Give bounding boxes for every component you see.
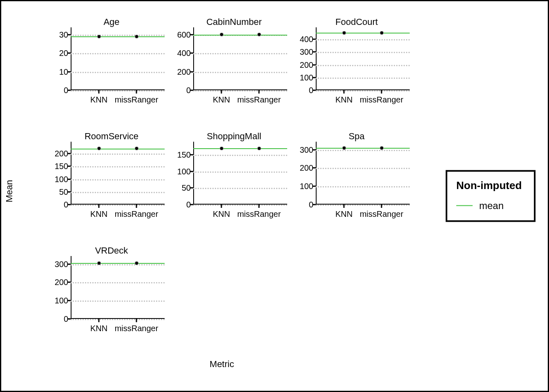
legend-item-label: mean xyxy=(479,200,504,212)
legend-item-mean: mean xyxy=(456,200,522,212)
gridline xyxy=(316,90,410,91)
gridline xyxy=(71,192,165,193)
y-axis xyxy=(71,142,71,205)
facet-panel: 0100200300KNNmissRanger xyxy=(71,258,165,319)
gridline xyxy=(316,65,410,66)
y-tick xyxy=(312,149,316,150)
data-point xyxy=(135,147,138,150)
y-tick xyxy=(67,166,71,167)
x-tick xyxy=(344,205,345,208)
x-tick xyxy=(98,205,100,208)
facet-cell: CabinNumber0200400600KNNmissRanger xyxy=(173,13,295,128)
legend-swatch-mean xyxy=(456,205,473,206)
y-tick xyxy=(190,187,193,189)
y-tick-label: 200 xyxy=(177,67,191,76)
y-tick-label: 400 xyxy=(300,35,313,44)
y-tick xyxy=(67,204,71,205)
data-point xyxy=(135,35,138,38)
mean-line xyxy=(193,35,287,36)
y-tick-label: 200 xyxy=(300,163,313,173)
x-tick-label: KNN xyxy=(90,324,107,333)
facet-cell: FoodCourt0100200300400KNNmissRanger xyxy=(295,13,418,128)
y-tick-label: 600 xyxy=(177,30,191,39)
y-tick-label: 50 xyxy=(59,187,68,196)
y-tick-label: 20 xyxy=(59,49,68,58)
gridline xyxy=(71,301,165,302)
gridline xyxy=(193,155,287,156)
y-tick xyxy=(190,53,193,54)
data-point xyxy=(342,31,346,35)
y-tick xyxy=(190,34,193,35)
mean-line xyxy=(316,148,410,149)
facet-title: FoodCourt xyxy=(335,17,378,27)
y-tick-label: 50 xyxy=(182,183,191,193)
data-point xyxy=(257,33,261,36)
gridline xyxy=(71,90,165,91)
x-tick xyxy=(344,90,345,94)
gridline xyxy=(193,188,287,189)
y-tick-label: 100 xyxy=(300,73,313,82)
figure-frame: Mean Metric Age0102030KNNmissRangerCabin… xyxy=(0,0,549,392)
x-tick-label: KNN xyxy=(90,95,107,105)
facet-title: RoomService xyxy=(85,131,138,142)
gridline xyxy=(316,186,410,187)
facet-cell: VRDeck0100200300KNNmissRanger xyxy=(50,242,173,356)
y-tick-label: 300 xyxy=(300,145,313,154)
y-tick xyxy=(312,64,316,65)
facet-cell: RoomService050100150200KNNmissRanger xyxy=(50,128,173,242)
mean-line xyxy=(71,263,165,264)
gridline xyxy=(71,319,165,320)
gridline xyxy=(193,172,287,173)
y-tick xyxy=(67,178,71,180)
facet-cell: Age0102030KNNmissRanger xyxy=(50,13,173,128)
y-tick xyxy=(190,90,193,91)
y-tick-label: 10 xyxy=(59,67,68,76)
data-point xyxy=(342,146,346,150)
y-axis xyxy=(316,142,317,205)
data-point xyxy=(257,147,261,150)
facet-panel: 0100200300KNNmissRanger xyxy=(316,143,410,205)
facet-panel: 0200400600KNNmissRanger xyxy=(193,29,287,90)
y-tick xyxy=(67,71,71,72)
x-tick-label: missRanger xyxy=(115,209,158,219)
y-tick-label: 100 xyxy=(55,174,68,184)
y-axis xyxy=(193,142,194,205)
plot-area: Mean Metric Age0102030KNNmissRangerCabin… xyxy=(26,13,418,369)
facet-panel: 050100150KNNmissRanger xyxy=(193,143,287,205)
facet-panel: 0102030KNNmissRanger xyxy=(71,29,165,90)
x-tick-label: KNN xyxy=(213,209,230,219)
gridline xyxy=(193,90,287,91)
y-tick xyxy=(67,90,71,91)
x-tick-label: missRanger xyxy=(360,209,404,219)
y-tick xyxy=(312,167,316,169)
x-tick xyxy=(98,319,100,322)
facet-title: Spa xyxy=(348,131,364,142)
gridline xyxy=(71,35,165,36)
x-tick-label: missRanger xyxy=(115,324,158,333)
x-tick-label: KNN xyxy=(335,209,353,219)
gridline xyxy=(316,78,410,79)
y-tick xyxy=(312,204,316,205)
gridline xyxy=(316,168,410,169)
gridline xyxy=(71,282,165,283)
gridline xyxy=(316,205,410,206)
y-tick-label: 150 xyxy=(177,150,191,160)
data-point xyxy=(97,35,101,38)
x-tick-label: missRanger xyxy=(115,95,158,105)
facet-grid: Age0102030KNNmissRangerCabinNumber020040… xyxy=(50,13,418,356)
x-tick xyxy=(381,90,382,94)
mean-line xyxy=(316,33,410,33)
gridline xyxy=(316,150,410,151)
y-tick-label: 200 xyxy=(55,278,68,287)
gridline xyxy=(71,205,165,206)
gridline xyxy=(193,205,287,206)
gridline xyxy=(316,39,410,40)
y-tick-label: 400 xyxy=(177,49,191,58)
y-tick xyxy=(67,300,71,301)
data-point xyxy=(380,31,384,35)
x-tick xyxy=(381,205,382,208)
data-point xyxy=(380,146,384,150)
y-tick-label: 200 xyxy=(300,60,313,69)
facet-title: Age xyxy=(103,17,119,27)
x-tick xyxy=(259,90,260,94)
